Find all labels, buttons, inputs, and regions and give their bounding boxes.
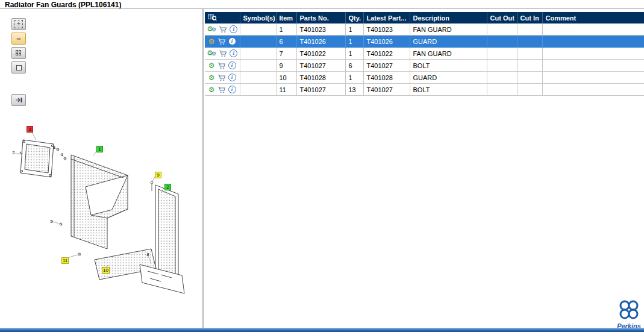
cell-comment	[542, 48, 644, 60]
info-icon[interactable]: i	[228, 86, 236, 93]
cell-item: 6	[276, 36, 296, 48]
table-row[interactable]: ⚙i9T4010276T401027BOLT	[205, 60, 644, 72]
cell-cut-in	[517, 23, 542, 36]
cell-qty: 1	[345, 72, 363, 84]
cell-item: 9	[276, 60, 296, 72]
cell-parts-no: T401028	[296, 72, 345, 84]
cell-parts-no: T401022	[296, 48, 345, 60]
table-header-row: Symbol(s)ItemParts No.Qty.Latest Part...…	[205, 12, 644, 23]
table-row[interactable]: ⚙⚙i7T4010221T401022FAN GUARD	[205, 48, 644, 60]
zoom-out-button[interactable]: −	[11, 33, 26, 45]
cell-comment	[542, 36, 644, 48]
cell-latest-part: T401022	[363, 48, 410, 60]
cart-icon[interactable]	[217, 74, 226, 81]
arrow-into-bar-icon	[15, 97, 23, 103]
cell-qty: 6	[345, 60, 363, 72]
perkins-logo: Perkins	[615, 298, 643, 330]
info-icon[interactable]: i	[230, 49, 237, 57]
gear-icon[interactable]: ⚙⚙	[207, 49, 216, 57]
gear-small-icon: ⚙	[211, 51, 216, 57]
cell-cut-out	[487, 60, 517, 72]
column-header[interactable]: Qty.	[345, 12, 363, 23]
diagram-callout[interactable]: 10	[102, 267, 110, 274]
cell-cut-in	[517, 84, 542, 96]
table-search-icon	[208, 13, 217, 21]
diagram-callout[interactable]: 11	[61, 257, 69, 264]
cell-qty: 13	[345, 84, 363, 96]
diagram-callout[interactable]: 1	[96, 146, 103, 152]
cell-latest-part: T401027	[363, 84, 410, 96]
cell-item: 1	[276, 23, 296, 36]
table-row[interactable]: ⚙⚙i1T4010231T401023FAN GUARD	[205, 23, 644, 36]
diagram-callout[interactable]: 3	[27, 126, 33, 133]
info-icon[interactable]: i	[230, 25, 237, 33]
cell-cut-in	[517, 36, 542, 48]
cell-comment	[542, 60, 644, 72]
column-header-icons[interactable]	[205, 12, 240, 23]
table-row[interactable]: ⚙i11T40102713T401027BOLT	[205, 84, 644, 96]
cell-description: FAN GUARD	[410, 23, 487, 36]
gear-icon[interactable]: ⚙	[208, 86, 215, 93]
column-header[interactable]: Comment	[542, 12, 644, 23]
column-header[interactable]: Latest Part...	[363, 12, 410, 23]
cart-icon[interactable]	[217, 38, 226, 45]
cell-symbols	[240, 23, 276, 36]
collapse-panel-button[interactable]	[11, 94, 26, 106]
cell-item: 7	[276, 48, 296, 60]
table-row[interactable]: ⚙i10T4010281T401028GUARD	[205, 72, 644, 84]
view-toolbar: + −	[11, 18, 26, 106]
window-bottom-bar	[0, 328, 644, 332]
diagram-callout[interactable]: 2	[164, 184, 171, 190]
fit-view-button[interactable]	[11, 61, 26, 74]
cell-symbols	[240, 72, 276, 84]
gear-icon[interactable]: ⚙⚙	[207, 25, 216, 33]
diagram-callout[interactable]: 3	[51, 145, 57, 150]
gear-icon[interactable]: ⚙	[208, 62, 215, 69]
column-header[interactable]: Parts No.	[296, 12, 345, 23]
tile-view-button[interactable]	[11, 47, 26, 59]
column-header[interactable]: Description	[410, 12, 487, 23]
info-icon[interactable]: i	[228, 61, 236, 69]
gear-icon[interactable]: ⚙	[208, 38, 215, 45]
row-action-icons: ⚙i	[205, 60, 240, 72]
four-squares-icon	[16, 50, 22, 57]
cart-icon[interactable]	[217, 86, 226, 93]
column-header[interactable]: Cut Out	[487, 12, 517, 23]
cell-description: GUARD	[410, 36, 487, 48]
diagram-callout[interactable]: 4	[59, 152, 64, 157]
cell-description: BOLT	[410, 84, 487, 96]
cell-symbols	[240, 60, 276, 72]
column-header[interactable]: Cut In	[517, 12, 542, 23]
cell-comment	[542, 72, 644, 84]
diagram-callout[interactable]: 8	[145, 252, 151, 257]
info-icon[interactable]: i	[228, 37, 236, 45]
cell-parts-no: T401023	[296, 23, 345, 36]
diagram-callout[interactable]: 5	[49, 219, 54, 224]
cart-icon[interactable]	[219, 26, 227, 33]
cart-icon[interactable]	[217, 62, 226, 69]
parts-catalog-window: Radiator Fan Guards (PPL106141) + −	[0, 0, 644, 332]
diagram-callout[interactable]: 9	[155, 172, 161, 178]
column-header[interactable]: Item	[276, 12, 296, 23]
cell-cut-out	[487, 84, 517, 96]
row-action-icons: ⚙i	[205, 84, 240, 96]
cell-item: 11	[276, 84, 296, 96]
diagram-callout[interactable]: 2	[11, 150, 16, 155]
column-header[interactable]: Symbol(s)	[240, 12, 276, 23]
cell-cut-in	[517, 60, 542, 72]
cell-cut-out	[487, 23, 517, 36]
cell-description: FAN GUARD	[410, 48, 487, 60]
perkins-rings-icon	[616, 298, 642, 321]
table-row[interactable]: ⚙i6T4010261T401026GUARD	[205, 36, 644, 48]
cell-description: BOLT	[410, 60, 487, 72]
cart-icon[interactable]	[219, 50, 227, 57]
cell-qty: 1	[345, 36, 363, 48]
cell-symbols	[240, 36, 276, 48]
zoom-window-button[interactable]: +	[11, 18, 26, 30]
cell-latest-part: T401023	[363, 23, 410, 36]
cell-parts-no: T401027	[296, 84, 345, 96]
cell-cut-out	[487, 72, 517, 84]
cell-latest-part: T401027	[363, 60, 410, 72]
info-icon[interactable]: i	[228, 74, 236, 81]
gear-icon[interactable]: ⚙	[208, 74, 215, 81]
